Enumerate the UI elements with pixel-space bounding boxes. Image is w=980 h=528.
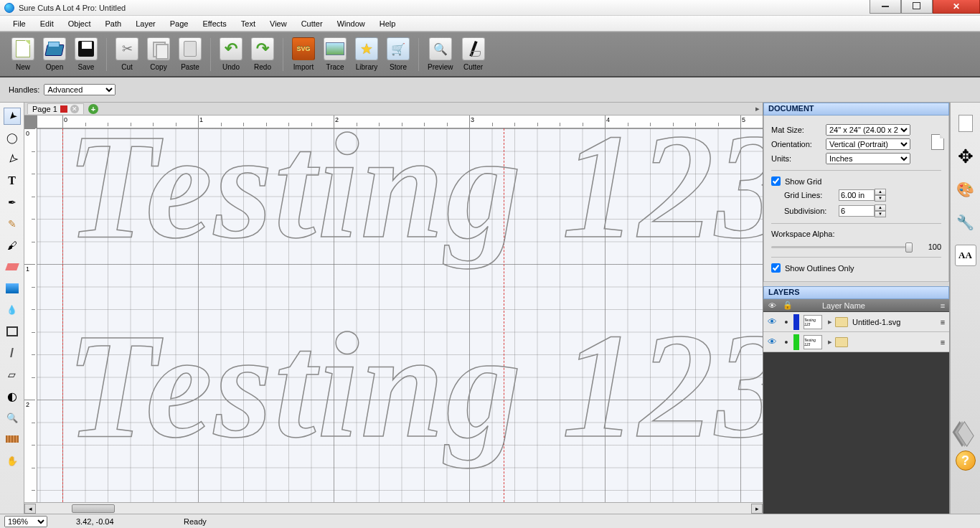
handles-select[interactable]: Advanced — [44, 84, 116, 95]
layer-dot[interactable]: • — [781, 336, 792, 348]
layer-color-swatch[interactable] — [793, 314, 799, 330]
hand-tool[interactable] — [4, 452, 21, 469]
workspace-alpha-slider[interactable] — [771, 246, 913, 248]
copy-label: Copy — [150, 63, 166, 71]
design-text-2[interactable]: Testing 123 — [66, 299, 763, 472]
menu-layer[interactable]: Layer — [128, 18, 163, 29]
layer-expand-icon[interactable]: ▸ — [825, 337, 835, 346]
menu-page[interactable]: Page — [163, 18, 196, 29]
layer-dot[interactable]: • — [781, 316, 792, 328]
menu-text[interactable]: Text — [234, 18, 263, 29]
redo-label: Redo — [254, 63, 271, 71]
copy-button[interactable]: Copy — [147, 37, 170, 71]
layer-name[interactable]: Untitled-1.svg — [852, 318, 936, 326]
eyedropper-tool[interactable] — [4, 301, 21, 319]
layer-color-swatch[interactable] — [793, 334, 799, 350]
cutter-button[interactable]: Cutter — [462, 37, 485, 71]
brush-tool[interactable] — [4, 237, 21, 254]
fill-stroke-tab-icon[interactable] — [955, 179, 976, 200]
layer-row[interactable]: 👁•Testing 123▸≡ — [763, 332, 949, 352]
design-text-1[interactable]: Testing 123 — [66, 128, 763, 273]
layer-expand-icon[interactable]: ▸ — [825, 317, 835, 326]
layers-tab-icon[interactable] — [955, 423, 976, 445]
units-select[interactable]: Inches — [826, 153, 910, 164]
gradient-tool[interactable] — [4, 280, 21, 297]
menu-help[interactable]: Help — [372, 18, 403, 29]
scroll-thumb[interactable] — [72, 504, 115, 513]
undo-label: Undo — [222, 63, 240, 71]
maximize-button[interactable] — [901, 0, 933, 14]
canvas-area: Page 1 ✕ + ▸ 012345 012 Testing 123 Test… — [24, 103, 763, 514]
preview-button[interactable]: Preview — [428, 37, 453, 71]
selection-tool[interactable] — [4, 108, 21, 125]
paste-button[interactable]: Paste — [179, 37, 202, 71]
layers-panel: 👁 🔒 Layer Name ≡ 👁•Testing 123▸Untitled-… — [763, 299, 949, 514]
close-button[interactable] — [933, 0, 980, 14]
layers-panel-header[interactable]: LAYERS — [763, 286, 949, 299]
node-edit-tool[interactable] — [4, 151, 21, 168]
add-page-button[interactable]: + — [88, 104, 98, 114]
store-button[interactable]: Store — [387, 37, 410, 71]
guide-line[interactable] — [62, 128, 63, 502]
preview-label: Preview — [428, 63, 453, 71]
library-button[interactable]: Library — [355, 37, 378, 71]
layers-menu-icon[interactable]: ≡ — [936, 301, 949, 310]
pen-tool[interactable] — [4, 194, 21, 211]
grid-lines-input[interactable] — [839, 189, 875, 201]
orientation-select[interactable]: Vertical (Portrait) — [826, 138, 910, 150]
menu-view[interactable]: View — [263, 18, 294, 29]
help-icon[interactable]: ? — [956, 451, 976, 471]
open-button[interactable]: Open — [43, 37, 66, 71]
show-outlines-checkbox[interactable] — [771, 263, 781, 273]
menu-effects[interactable]: Effects — [195, 18, 233, 29]
show-grid-checkbox[interactable] — [771, 176, 781, 186]
page-tab[interactable]: Page 1 ✕ — [27, 103, 84, 114]
cut-button[interactable]: Cut — [116, 37, 138, 71]
layer-row[interactable]: 👁•Testing 123▸Untitled-1.svg≡ — [763, 312, 949, 332]
save-button[interactable]: Save — [75, 37, 98, 71]
menu-edit[interactable]: Edit — [33, 18, 61, 29]
eraser-tool[interactable] — [4, 258, 21, 275]
horizontal-scrollbar[interactable]: ◂ ▸ — [24, 502, 763, 514]
lasso-tool[interactable] — [4, 129, 21, 146]
scroll-right-button[interactable]: ▸ — [751, 504, 763, 514]
undo-button[interactable]: Undo — [220, 37, 242, 71]
minimize-button[interactable] — [870, 0, 901, 14]
document-panel-header[interactable]: DOCUMENT — [763, 103, 949, 116]
grid-lines-spinner[interactable]: ▲▼ — [875, 189, 886, 202]
ruler-tool[interactable] — [4, 430, 21, 448]
menu-object[interactable]: Object — [61, 18, 98, 29]
boolean-tool[interactable] — [4, 387, 21, 405]
text-tab-icon[interactable] — [955, 245, 976, 266]
menu-path[interactable]: Path — [98, 18, 129, 29]
layer-menu-icon[interactable]: ≡ — [936, 338, 949, 346]
shape-tool[interactable] — [4, 323, 21, 340]
menu-cutter[interactable]: Cutter — [294, 18, 330, 29]
scroll-left-button[interactable]: ◂ — [24, 504, 36, 514]
trace-label: Trace — [326, 63, 344, 71]
zoom-select[interactable]: 196% — [4, 516, 47, 527]
knife-tool[interactable] — [4, 344, 21, 362]
close-tab-icon[interactable]: ✕ — [70, 105, 79, 113]
new-button[interactable]: New — [11, 37, 34, 71]
distort-tool[interactable] — [4, 366, 21, 383]
import-button[interactable]: Import — [292, 37, 315, 71]
mat-size-select[interactable]: 24" x 24" (24.00 x 24 — [826, 124, 910, 136]
subdivision-spinner[interactable]: ▲▼ — [875, 204, 886, 217]
cutting-mat[interactable]: Testing 123 Testing 123 — [37, 128, 763, 502]
style-tab-icon[interactable] — [955, 212, 976, 233]
redo-button[interactable]: Redo — [251, 37, 274, 71]
pencil-tool[interactable] — [4, 215, 21, 232]
subdivision-input[interactable] — [839, 205, 875, 217]
menu-file[interactable]: File — [6, 18, 33, 29]
zoom-tool[interactable] — [4, 409, 21, 426]
tab-overflow-icon[interactable]: ▸ — [755, 104, 760, 113]
layer-visibility-icon[interactable]: 👁 — [763, 336, 781, 347]
layer-visibility-icon[interactable]: 👁 — [763, 316, 781, 327]
text-tool[interactable] — [4, 172, 21, 189]
trace-button[interactable]: Trace — [324, 37, 347, 71]
menu-window[interactable]: Window — [330, 18, 372, 29]
document-tab-icon[interactable] — [955, 113, 976, 134]
position-tab-icon[interactable] — [955, 146, 976, 167]
layer-menu-icon[interactable]: ≡ — [936, 318, 949, 326]
